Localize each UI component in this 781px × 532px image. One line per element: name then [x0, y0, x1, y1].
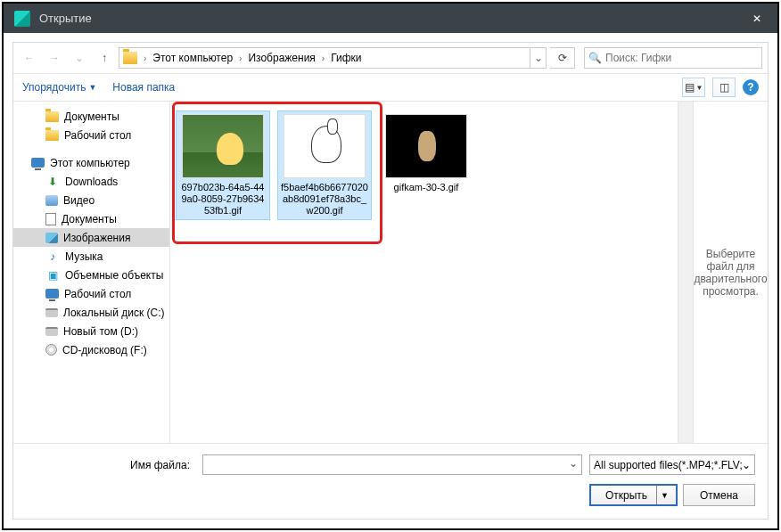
newfolder-label: Новая папка [112, 81, 175, 94]
back-button[interactable]: ← [19, 47, 40, 69]
search-icon: 🔍 [588, 52, 602, 64]
file-name: gifkam-30-3.gif [394, 182, 459, 193]
tree-label: Новый том (D:) [63, 325, 138, 338]
app-icon [14, 11, 30, 27]
open-split-dropdown[interactable]: ▼ [656, 486, 669, 504]
document-icon [45, 213, 56, 225]
breadcrumb-dropdown[interactable]: ⌄ [530, 48, 546, 68]
file-item[interactable]: gifkam-30-3.gif [379, 110, 473, 197]
preview-text: Выберите файл для дварительного просмотр… [694, 248, 767, 298]
tree-images[interactable]: Изображения [13, 228, 169, 247]
breadcrumb[interactable]: › Этот компьютер › Изображения › Гифки ⌄ [119, 47, 547, 69]
tree-thispc[interactable]: Этот компьютер [13, 153, 169, 172]
tree-desktop2[interactable]: Рабочий стол [13, 284, 169, 303]
tree-label: Объемные объекты [65, 269, 163, 282]
folder-icon [45, 111, 59, 122]
view-menu[interactable]: ▤▼ [682, 78, 705, 97]
preview-icon: ◫ [719, 81, 729, 94]
tree-label: Музыка [65, 250, 103, 263]
file-name: 697b023b-64a5-449a0-8059-27b963453fb1.gi… [179, 182, 267, 217]
disk-icon [45, 308, 58, 317]
tree-label: Изображения [63, 232, 130, 244]
help-icon: ? [747, 81, 753, 94]
arrow-left-icon: ← [24, 52, 35, 64]
preview-pane-toggle[interactable]: ◫ [712, 78, 736, 97]
window-title: Открытие [39, 12, 736, 25]
tree-label: Рабочий стол [64, 288, 131, 300]
tree-label: Downloads [65, 176, 118, 188]
file-open-dialog: Открытие ✕ ← → ⌄ ↑ › Этот компьютер › Из… [2, 2, 779, 530]
file-item[interactable]: 697b023b-64a5-449a0-8059-27b963453fb1.gi… [176, 110, 270, 220]
breadcrumb-thispc[interactable]: Этот компьютер [149, 52, 236, 64]
recent-dropdown[interactable]: ⌄ [69, 47, 90, 69]
file-list[interactable]: 697b023b-64a5-449a0-8059-27b963453fb1.gi… [170, 102, 678, 443]
thumbnail [385, 114, 467, 178]
forward-button[interactable]: → [44, 47, 65, 69]
toolbar: Упорядочить ▼ Новая папка ▤▼ ◫ ? [13, 73, 768, 102]
preview-pane: Выберите файл для дварительного просмотр… [693, 102, 768, 443]
tree-video[interactable]: Видео [13, 191, 169, 209]
tree-label: Локальный диск (C:) [63, 307, 165, 319]
tree-label: CD-дисковод (F:) [62, 344, 147, 356]
cancel-button[interactable]: Отмена [683, 484, 755, 506]
tree-3dobjects[interactable]: ▣Объемные объекты [13, 266, 169, 284]
tree-localdisk[interactable]: Локальный диск (C:) [13, 303, 169, 322]
nav-row: ← → ⌄ ↑ › Этот компьютер › Изображения ›… [13, 43, 768, 73]
breadcrumb-images[interactable]: Изображения [244, 52, 318, 64]
arrow-right-icon: → [49, 52, 60, 64]
close-button[interactable]: ✕ [736, 4, 777, 33]
tree-label: Рабочий стол [64, 129, 131, 142]
cancel-label: Отмена [700, 489, 738, 502]
tree-documents2[interactable]: Документы [13, 209, 169, 228]
chevron-right-icon: › [319, 53, 327, 63]
titlebar: Открытие ✕ [4, 4, 777, 33]
search-input[interactable]: 🔍 Поиск: Гифки [584, 47, 762, 69]
tree-label: Документы [62, 213, 117, 225]
cd-icon [45, 344, 57, 356]
search-placeholder: Поиск: Гифки [605, 52, 671, 64]
help-button[interactable]: ? [743, 79, 759, 95]
tree-label: Этот компьютер [50, 157, 130, 169]
refresh-icon: ⟳ [558, 52, 567, 64]
tree-label: Документы [64, 110, 119, 123]
disk-icon [45, 327, 58, 336]
filetype-dropdown[interactable]: All supported files(*.MP4;*.FLV; ⌄ [589, 454, 755, 475]
tree-cdrom[interactable]: CD-дисковод (F:) [13, 340, 169, 359]
filename-input[interactable] [202, 454, 582, 475]
file-item[interactable]: f5baef4b6b6677020ab8d091ef78a3bc_w200.gi… [277, 110, 372, 220]
chevron-down-icon: ⌄ [75, 52, 84, 64]
open-button[interactable]: Открыть ▼ [589, 484, 678, 506]
folder-icon [45, 130, 59, 141]
tree-music[interactable]: ♪Музыка [13, 247, 169, 266]
tree-downloads[interactable]: ⬇Downloads [13, 172, 169, 191]
cube-icon: ▣ [45, 268, 60, 282]
filetype-label: All supported files(*.MP4;*.FLV; [594, 459, 742, 471]
refresh-button[interactable]: ⟳ [550, 47, 575, 69]
scrollbar[interactable] [678, 102, 693, 443]
dropdown-icon: ▼ [696, 84, 703, 92]
organize-label: Упорядочить [22, 81, 86, 94]
dropdown-icon: ▼ [88, 83, 96, 92]
organize-menu[interactable]: Упорядочить ▼ [22, 81, 96, 94]
chevron-down-icon: ⌄ [742, 459, 751, 471]
folder-icon [123, 52, 137, 64]
open-label: Открыть [605, 489, 647, 502]
chevron-right-icon: › [141, 53, 149, 63]
downloads-icon: ⬇ [45, 175, 60, 189]
tree-newvolume[interactable]: Новый том (D:) [13, 322, 169, 340]
chevron-right-icon: › [236, 53, 244, 63]
thumbnail [284, 114, 366, 178]
new-folder-button[interactable]: Новая папка [112, 81, 175, 94]
tree-label: Видео [63, 194, 95, 207]
breadcrumb-current[interactable]: Гифки [327, 52, 365, 64]
video-icon [45, 195, 58, 206]
pc-icon [31, 158, 45, 168]
images-icon [45, 233, 58, 243]
file-name: f5baef4b6b6677020ab8d091ef78a3bc_w200.gi… [281, 182, 368, 217]
tree-desktop[interactable]: Рабочий стол [13, 126, 169, 144]
content-row: Документы Рабочий стол Этот компьютер ⬇D… [13, 102, 768, 443]
up-button[interactable]: ↑ [94, 47, 115, 69]
tree-documents[interactable]: Документы [13, 107, 169, 126]
view-icon: ▤ [685, 81, 695, 94]
nav-tree: Документы Рабочий стол Этот компьютер ⬇D… [13, 102, 170, 443]
